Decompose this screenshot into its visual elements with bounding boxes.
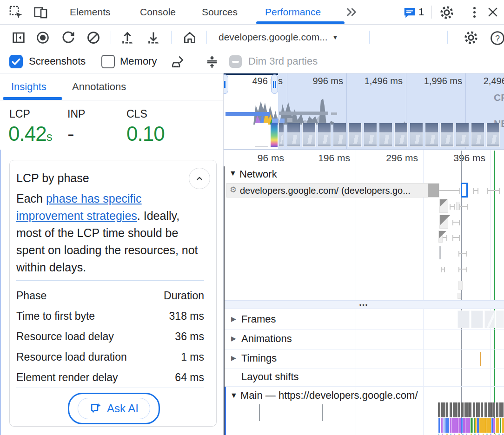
network-request-bar[interactable] [439, 246, 441, 259]
record-icon[interactable] [35, 30, 50, 45]
cls-value[interactable]: 0.10 [126, 122, 165, 145]
tab-console[interactable]: Console [140, 0, 176, 24]
collapse-card-button[interactable] [189, 168, 210, 189]
divider [57, 6, 57, 19]
request-whisker [452, 237, 460, 238]
help-icon[interactable]: ? [489, 30, 504, 46]
request-whisker [439, 190, 460, 191]
request-bar-cap [428, 184, 439, 198]
window-left-handle[interactable] [224, 74, 228, 94]
issues-message-icon[interactable] [403, 6, 417, 20]
tab-performance[interactable]: Performance [265, 0, 321, 24]
request-whisker [458, 269, 467, 270]
filmstrip-frame-blank[interactable] [255, 123, 268, 147]
home-icon[interactable] [182, 30, 197, 45]
tab-annotations[interactable]: Annotations [72, 81, 126, 93]
settings-gear-icon[interactable] [439, 5, 455, 20]
main-flame-chart-top-row[interactable] [438, 402, 504, 417]
timings-expander-icon[interactable]: ▶ [231, 354, 236, 362]
frame-thumbnail[interactable] [458, 310, 470, 328]
tab-sources[interactable]: Sources [202, 0, 238, 24]
screenshots-checkbox[interactable] [9, 55, 23, 68]
track-resize-handle[interactable]: ••• [224, 300, 504, 309]
main-track-label[interactable]: Main — https://developers.google.com/ [240, 389, 418, 402]
frames-track-label[interactable]: Frames [241, 313, 276, 325]
network-overview-bar [331, 112, 337, 115]
reload-and-record-icon[interactable] [61, 30, 76, 45]
close-devtools-icon[interactable] [486, 6, 499, 19]
tab-insights[interactable]: Insights [11, 81, 46, 93]
network-request-bar[interactable] [458, 293, 461, 299]
filmstrip-frame[interactable] [318, 123, 331, 147]
filmstrip-frame[interactable] [302, 123, 316, 147]
network-request-bar[interactable] [439, 215, 448, 229]
filmstrip-frame[interactable] [287, 123, 300, 147]
download-profile-icon[interactable] [146, 30, 161, 45]
ask-ai-button[interactable]: Ask AI [78, 398, 150, 419]
timings-marker[interactable] [480, 352, 481, 366]
network-request-bar[interactable]: ⚙ developers.google.com/ (developers.go.… [226, 183, 439, 198]
filmstrip-frame[interactable] [364, 123, 377, 147]
upload-profile-icon[interactable] [120, 30, 135, 45]
network-request-bar[interactable] [439, 199, 448, 213]
filmstrip-frame[interactable] [379, 123, 392, 147]
timeline-main-view[interactable]: 96 ms 196 ms 296 ms 396 ms ▼ Network ⚙ d… [224, 150, 504, 435]
issues-count-badge[interactable]: 1 [418, 6, 424, 18]
more-options-icon[interactable] [468, 6, 481, 19]
request-whisker [473, 190, 478, 191]
filmstrip-frame-loading[interactable] [271, 123, 278, 147]
memory-checkbox[interactable] [101, 55, 115, 68]
inspect-element-icon[interactable] [8, 5, 23, 20]
tab-elements[interactable]: Elements [70, 0, 111, 24]
filmstrip-frame[interactable] [425, 123, 438, 147]
timings-track-label[interactable]: Timings [241, 352, 277, 364]
card-divider [16, 388, 204, 388]
lcp-value[interactable]: 0.42s [8, 122, 52, 145]
active-tab-underline [256, 21, 345, 24]
overview-tick: 1,996 ms [424, 76, 462, 86]
filmstrip-frame[interactable] [279, 123, 284, 147]
inp-value[interactable]: - [67, 122, 74, 145]
network-request-bar[interactable] [458, 281, 463, 290]
chevron-up-icon [194, 173, 205, 184]
more-tabs-icon[interactable] [345, 7, 358, 18]
table-row: Resource load duration1 ms [16, 351, 204, 363]
ask-ai-spark-icon [89, 402, 102, 415]
capture-settings-gear-icon[interactable] [463, 30, 479, 46]
filmstrip-frame[interactable] [456, 123, 469, 147]
frame-thumbnail[interactable] [496, 310, 504, 328]
filmstrip-frame[interactable] [333, 123, 346, 147]
frame-thumbnail[interactable] [484, 310, 495, 328]
filmstrip-frame[interactable] [348, 123, 362, 147]
filmstrip-frame[interactable] [394, 123, 408, 147]
filmstrip-frame[interactable] [486, 123, 500, 147]
network-collapse-icon[interactable]: ▼ [229, 169, 237, 178]
timeline-gridline [490, 150, 491, 435]
network-overview-bar [287, 118, 292, 122]
page-select-dropdown[interactable]: developers.google.com... ▼ [219, 32, 338, 43]
selected-request-outline[interactable] [461, 183, 468, 198]
network-request-bar[interactable] [438, 231, 443, 243]
cpu-lane-label: CPU [494, 92, 504, 103]
main-collapse-icon[interactable]: ▼ [230, 391, 238, 400]
main-flame-chart-categories-row[interactable] [438, 418, 504, 433]
clear-icon[interactable] [86, 30, 101, 45]
duration-column-header: Duration [164, 290, 204, 302]
network-track-label[interactable]: Network [239, 168, 277, 180]
frames-expander-icon[interactable]: ▶ [231, 315, 236, 323]
filmstrip-frame[interactable] [410, 123, 423, 147]
animations-track-label[interactable]: Animations [241, 333, 292, 345]
timeline-overview[interactable]: 496 ms 996 ms 1,496 ms 1,996 ms 2,496 ms… [224, 73, 504, 150]
window-right-handle[interactable] [271, 74, 278, 94]
toggle-device-toolbar-icon[interactable] [33, 5, 48, 20]
garbage-collect-icon[interactable] [170, 54, 185, 69]
frame-thumbnail[interactable] [471, 310, 483, 328]
filmstrip-frame[interactable] [471, 123, 484, 147]
collapse-tracks-icon[interactable] [205, 54, 219, 69]
animations-expander-icon[interactable]: ▶ [231, 335, 236, 342]
filmstrip-frame[interactable] [440, 123, 454, 147]
toggle-sidebar-icon[interactable] [11, 30, 26, 45]
svg-text:?: ? [495, 34, 500, 43]
layout-shifts-track-label[interactable]: Layout shifts [241, 371, 299, 383]
dim-third-parties-checkbox[interactable] [229, 55, 242, 68]
